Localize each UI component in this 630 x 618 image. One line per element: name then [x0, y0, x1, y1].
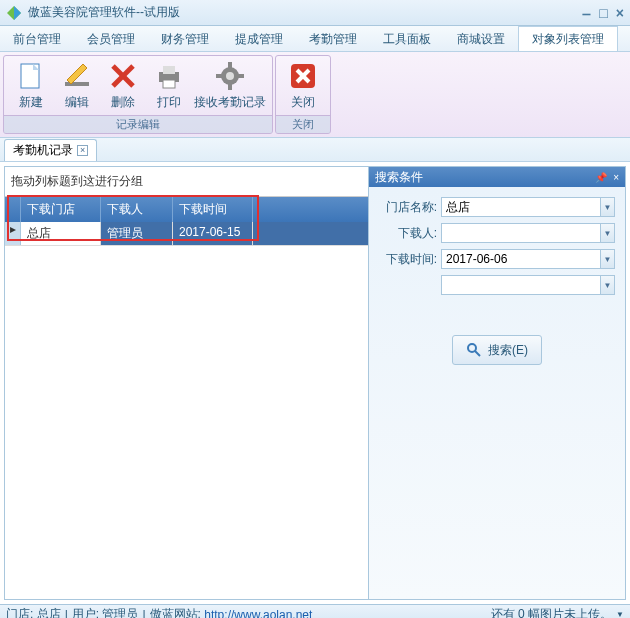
menu-finance[interactable]: 财务管理	[148, 26, 222, 51]
svg-rect-10	[163, 80, 175, 88]
grid-body: ▸ 总店 管理员 2017-06-15	[5, 222, 368, 246]
maximize-button[interactable]: □	[599, 5, 607, 21]
column-headers: 下载门店 下载人 下载时间	[5, 197, 368, 222]
gear-icon	[214, 60, 246, 92]
search-button-label: 搜索(E)	[488, 342, 528, 359]
title-bar: 傲蓝美容院管理软件--试用版 ‒ □ ×	[0, 0, 630, 26]
close-panel-button[interactable]: 关闭	[280, 58, 326, 113]
col-user[interactable]: 下载人	[101, 197, 173, 222]
website-link[interactable]: http://www.aolan.net	[204, 608, 312, 619]
field-user: 下载人: ▼	[379, 223, 615, 243]
time-input[interactable]	[441, 249, 601, 269]
edit-icon	[61, 60, 93, 92]
tab-close-icon[interactable]: ×	[77, 145, 88, 156]
menu-commission[interactable]: 提成管理	[222, 26, 296, 51]
window-controls: ‒ □ ×	[582, 5, 624, 21]
ribbon-group-edit-title: 记录编辑	[4, 115, 272, 133]
extra-input[interactable]	[441, 275, 601, 295]
ribbon: 新建 编辑 删除 打印 接收考勤记录 记录编辑 关	[0, 52, 630, 138]
indicator-header	[5, 197, 21, 222]
svg-point-20	[468, 344, 476, 352]
ribbon-group-close: 关闭 关闭	[275, 55, 331, 134]
user-dropdown-icon[interactable]: ▼	[601, 223, 615, 243]
grid-panel: 拖动列标题到这进行分组 下载门店 下载人 下载时间 ▸ 总店 管理员 2017-…	[5, 167, 369, 599]
close-icon	[287, 60, 319, 92]
field-extra: ▼	[379, 275, 615, 295]
status-store: 门店: 总店	[6, 606, 61, 618]
row-indicator-icon: ▸	[5, 222, 21, 245]
svg-marker-5	[67, 64, 87, 84]
menu-attendance[interactable]: 考勤管理	[296, 26, 370, 51]
cell-time: 2017-06-15	[173, 222, 253, 245]
status-bar: 门店: 总店 | 用户: 管理员 | 傲蓝网站: http://www.aola…	[0, 604, 630, 618]
new-icon	[15, 60, 47, 92]
svg-line-21	[475, 351, 480, 356]
user-label: 下载人:	[379, 225, 437, 242]
search-panel: 搜索条件 📌 × 门店名称: ▼ 下载人: ▼ 下载时间:	[369, 167, 625, 599]
svg-rect-4	[65, 82, 89, 86]
menu-member[interactable]: 会员管理	[74, 26, 148, 51]
group-by-hint[interactable]: 拖动列标题到这进行分组	[5, 167, 368, 197]
ribbon-group-edit: 新建 编辑 删除 打印 接收考勤记录 记录编辑	[3, 55, 273, 134]
svg-rect-16	[238, 74, 244, 78]
col-time[interactable]: 下载时间	[173, 197, 253, 222]
pin-icon[interactable]: 📌	[595, 172, 607, 183]
search-icon	[466, 342, 482, 358]
panel-close-icon[interactable]: ×	[613, 172, 619, 183]
menu-bar: 前台管理 会员管理 财务管理 提成管理 考勤管理 工具面板 商城设置 对象列表管…	[0, 26, 630, 52]
search-form: 门店名称: ▼ 下载人: ▼ 下载时间: ▼	[369, 187, 625, 599]
extra-dropdown-icon[interactable]: ▼	[601, 275, 615, 295]
svg-rect-9	[163, 66, 175, 74]
main-area: 拖动列标题到这进行分组 下载门店 下载人 下载时间 ▸ 总店 管理员 2017-…	[4, 166, 626, 600]
print-icon	[153, 60, 185, 92]
svg-rect-13	[228, 62, 232, 68]
ribbon-group-close-title: 关闭	[276, 115, 330, 133]
search-panel-header: 搜索条件 📌 ×	[369, 167, 625, 187]
menu-mall[interactable]: 商城设置	[444, 26, 518, 51]
new-button[interactable]: 新建	[8, 58, 54, 113]
time-label: 下载时间:	[379, 251, 437, 268]
menu-objectlist[interactable]: 对象列表管理	[518, 26, 618, 51]
col-store[interactable]: 下载门店	[21, 197, 101, 222]
delete-icon	[107, 60, 139, 92]
table-row[interactable]: ▸ 总店 管理员 2017-06-15	[5, 222, 368, 246]
user-input[interactable]	[441, 223, 601, 243]
close-button[interactable]: ×	[616, 5, 624, 21]
store-dropdown-icon[interactable]: ▼	[601, 197, 615, 217]
cell-user: 管理员	[101, 222, 173, 245]
tab-label: 考勤机记录	[13, 142, 73, 159]
svg-point-12	[226, 72, 234, 80]
document-tabs: 考勤机记录 ×	[0, 138, 630, 162]
status-site-label: 傲蓝网站:	[150, 606, 201, 618]
receive-attendance-button[interactable]: 接收考勤记录	[192, 58, 268, 113]
window-title: 傲蓝美容院管理软件--试用版	[28, 4, 582, 21]
cell-store: 总店	[21, 222, 101, 245]
svg-marker-1	[14, 6, 21, 20]
delete-button[interactable]: 删除	[100, 58, 146, 113]
status-upload: 还有 0 幅图片未上传。	[491, 606, 612, 618]
print-button[interactable]: 打印	[146, 58, 192, 113]
field-time: 下载时间: ▼	[379, 249, 615, 269]
search-panel-title: 搜索条件	[375, 169, 423, 186]
time-dropdown-icon[interactable]: ▼	[601, 249, 615, 269]
app-icon	[6, 5, 22, 21]
store-input[interactable]	[441, 197, 601, 217]
menu-tools[interactable]: 工具面板	[370, 26, 444, 51]
store-label: 门店名称:	[379, 199, 437, 216]
status-dropdown-icon[interactable]: ▼	[616, 610, 624, 618]
status-user: 用户: 管理员	[72, 606, 139, 618]
field-store: 门店名称: ▼	[379, 197, 615, 217]
tab-attendance-record[interactable]: 考勤机记录 ×	[4, 139, 97, 161]
edit-button[interactable]: 编辑	[54, 58, 100, 113]
minimize-button[interactable]: ‒	[582, 5, 591, 21]
search-button[interactable]: 搜索(E)	[452, 335, 542, 365]
svg-rect-15	[216, 74, 222, 78]
svg-rect-14	[228, 84, 232, 90]
menu-frontdesk[interactable]: 前台管理	[0, 26, 74, 51]
